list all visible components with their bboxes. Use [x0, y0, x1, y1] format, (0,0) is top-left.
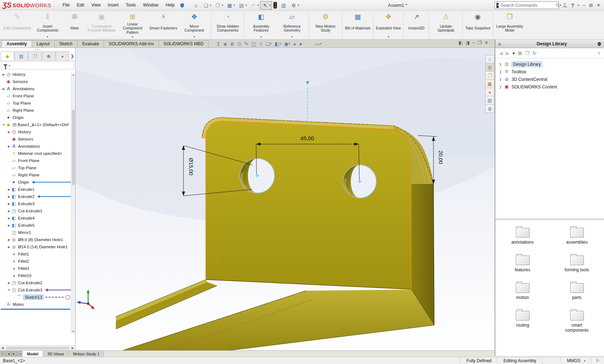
library-folder-assemblies[interactable]: assemblies	[557, 228, 597, 245]
minimize-document-icon[interactable]: –	[472, 40, 475, 45]
tree-horizontal-scrollbar[interactable]: ◀ ▶	[0, 345, 75, 350]
tree-item-right-plane[interactable]: ▱Right Plane	[0, 171, 75, 179]
tree-item-sensors[interactable]: ◉Sensors	[0, 135, 75, 143]
tree-item-f-base1-1-default-def[interactable]: ▼◆(f) Base1_&<1> (Default<<Def	[0, 121, 75, 128]
file-explorer-tab[interactable]: ❐	[485, 72, 494, 80]
forum-tab[interactable]: ◍	[485, 105, 494, 113]
restore-document-icon[interactable]: ❐	[478, 40, 482, 45]
tile-right-window-icon[interactable]: ◨	[466, 40, 469, 45]
reference-geometry-button[interactable]: ▱Reference Geometry▾	[277, 11, 308, 39]
rebuild-traffic-light-icon[interactable]	[273, 2, 277, 9]
add-to-library-icon[interactable]: ⊞	[518, 50, 522, 56]
library-folder-annotations[interactable]: annotations	[503, 228, 542, 245]
tree-item-extrude2[interactable]: ▶◧Extrude2	[0, 193, 75, 200]
open-file-icon[interactable]: ❐▾	[213, 1, 224, 10]
user-account-icon[interactable]	[562, 3, 567, 8]
print-icon[interactable]: ▤▾	[236, 1, 248, 10]
menu-window[interactable]: Window	[140, 0, 162, 10]
library-folder-routing[interactable]: routing	[503, 311, 542, 333]
tab-layout[interactable]: Layout	[32, 40, 55, 47]
exploded-view-button[interactable]: ❖Exploded View▾	[374, 11, 402, 39]
library-folder-features[interactable]: features	[503, 255, 542, 272]
dimension-diameter-text[interactable]: Ø15,00	[188, 158, 194, 175]
dimxpertmanager-tab[interactable]: ⊕	[42, 51, 55, 60]
undo-icon[interactable]: ↶▾	[248, 1, 260, 10]
tab-evaluate[interactable]: Evaluate	[77, 40, 104, 47]
hide-show-items-menu-icon[interactable]: ◉▾	[283, 41, 291, 47]
zoom-to-fit-icon[interactable]: ↥	[215, 41, 222, 47]
view-orientation-cube-icon[interactable]: ◈	[222, 41, 228, 47]
tree-item-mirror1[interactable]: ◫Mirror1	[0, 229, 75, 236]
expander-icon[interactable]: ▶	[7, 209, 11, 213]
assembly-features-button[interactable]: ◧Assembly Features▾	[246, 11, 277, 39]
scroll-right-icon[interactable]: ▶	[70, 346, 75, 350]
take-snapshot-button[interactable]: ◉Take Snapshot	[464, 11, 491, 39]
close-window-icon[interactable]: ✕	[596, 3, 600, 8]
tab-scroll-2[interactable]: ▶	[12, 351, 17, 356]
section-view-icon[interactable]: ◫	[250, 41, 257, 47]
menu-insert[interactable]: Insert	[104, 0, 122, 10]
design-library-tab[interactable]: ▥	[485, 63, 494, 72]
expander-icon[interactable]: ❯	[499, 63, 504, 66]
expander-icon[interactable]: ▶	[1, 73, 6, 76]
show-hidden-components-button[interactable]: ◔Show Hidden Components	[212, 11, 243, 39]
tree-item-fillet3[interactable]: ◕Fillet3	[0, 265, 75, 272]
save-icon[interactable]: ▦▾	[224, 1, 236, 10]
tree-item-extrude3[interactable]: ▶◧Extrude3	[0, 200, 75, 207]
tree-item-front-plane[interactable]: ▱Front Plane	[0, 157, 75, 164]
expander-icon[interactable]: ▶	[7, 217, 11, 220]
appearances-tab[interactable]: ◕	[485, 88, 494, 96]
tree-item-front-plane[interactable]: ▱Front Plane	[0, 92, 75, 100]
library-folder-forming-tools[interactable]: forming tools	[557, 255, 597, 272]
library-folder-smart-components[interactable]: smart components	[557, 311, 597, 333]
close-document-icon[interactable]: ✕	[485, 40, 488, 45]
tree-item-top-plane[interactable]: ▱Top Plane	[0, 100, 75, 107]
panel-expand-chevron[interactable]: ❯	[69, 51, 75, 60]
viewport-3d-scene[interactable]: 45,00 Ø15,00 20,00	[76, 48, 495, 350]
displaymanager-tab[interactable]: ◕	[56, 51, 69, 60]
magnifying-glass-icon[interactable]: ⊙	[236, 41, 242, 47]
search-commands-box[interactable]: > ⚲ ▾	[495, 1, 559, 9]
library-folder-parts[interactable]: parts	[557, 283, 597, 300]
panel-drag-handle[interactable]	[0, 48, 75, 51]
tree-item-fillet1[interactable]: ◕Fillet1	[0, 250, 75, 258]
display-style-menu-icon[interactable]: ◧▾	[273, 41, 282, 47]
bill-of-materials-button[interactable]: ▦Bill of Materials	[344, 11, 372, 39]
expander-icon[interactable]: ▶	[7, 195, 11, 198]
expander-icon[interactable]: ▶	[7, 145, 11, 148]
scroll-left-icon[interactable]: ◀	[0, 346, 5, 350]
filter-caret-icon[interactable]: ▾	[9, 64, 10, 67]
library-item-toolbox[interactable]: ❯⚙Toolbox	[495, 68, 604, 75]
tree-item-mates[interactable]: ✇Mates	[0, 301, 75, 308]
tree-end-bar[interactable]	[1, 309, 70, 310]
menu-file[interactable]: File	[59, 0, 73, 10]
scroll-down-icon[interactable]: ▼	[72, 330, 74, 334]
bottom-tab-motion-study-1[interactable]: Motion Study 1	[69, 351, 104, 357]
expander-icon[interactable]: ❯	[499, 70, 504, 74]
instant3d-button[interactable]: ↗Instant3D	[405, 11, 428, 39]
tree-item-top-plane[interactable]: ▱Top Plane	[0, 164, 75, 171]
library-item-design-library[interactable]: ❯▥Design Library	[495, 60, 604, 68]
tab-solidworks-mbd[interactable]: SOLIDWORKS MBD	[159, 40, 209, 47]
expander-icon[interactable]: ▶	[7, 245, 11, 249]
tab-scroll-3[interactable]: ⇥	[17, 351, 22, 356]
hole-left[interactable]	[240, 158, 274, 193]
tree-item-history[interactable]: ▶◷History	[0, 128, 75, 135]
dimension-20-text[interactable]: 20,00	[438, 151, 444, 164]
bottom-tab-model[interactable]: Model	[23, 351, 43, 357]
linear-component-pattern-button[interactable]: ⊞Linear Component Pattern▾	[117, 11, 148, 39]
smart-fasteners-button[interactable]: ⚡Smart Fasteners	[148, 11, 179, 39]
hole-right[interactable]	[343, 165, 376, 198]
menu-edit[interactable]: Edit	[73, 0, 88, 10]
tree-item-sketch13[interactable]: ⌒Sketch13	[0, 294, 75, 301]
move-component-button[interactable]: ✥Move Component▾	[179, 11, 210, 39]
menu-help[interactable]: Help	[162, 0, 178, 10]
tree-vertical-scrollbar[interactable]: ▲ ▼	[71, 73, 75, 334]
featuremanager-tab[interactable]: ◆	[1, 51, 14, 60]
expander-icon[interactable]: ▶	[7, 188, 11, 191]
part-front-face[interactable]	[206, 121, 411, 289]
tab-scroll-1[interactable]: ◀	[6, 351, 11, 356]
mate-button[interactable]: ✇Mate	[63, 11, 86, 39]
expander-icon[interactable]: ▶	[7, 202, 11, 206]
graphics-viewport[interactable]: 45,00 Ø15,00 20,00	[76, 48, 495, 350]
